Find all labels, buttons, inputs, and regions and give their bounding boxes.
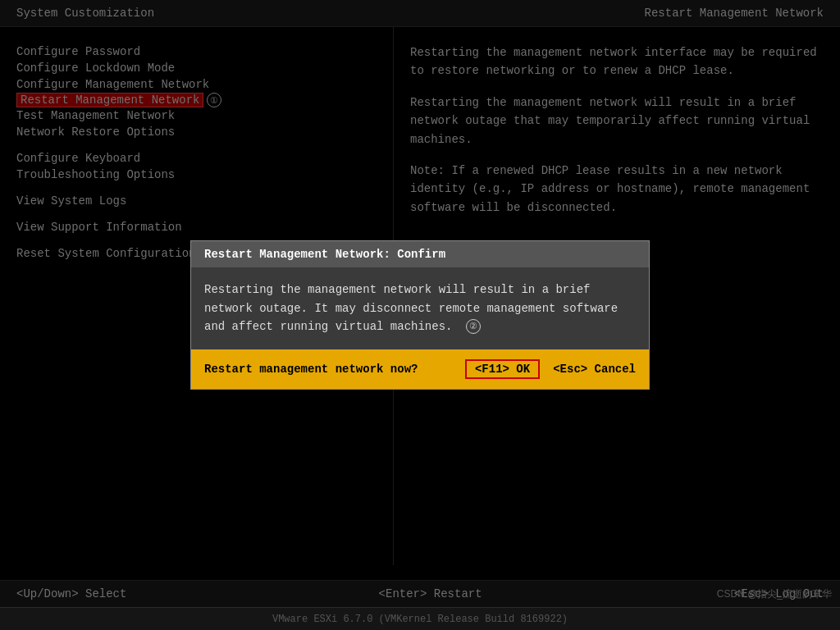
dialog-body: Restarting the management network will r… [191, 267, 649, 349]
confirm-dialog: Restart Management Network: Confirm Rest… [190, 240, 650, 389]
ok-button[interactable]: <F11> OK [465, 359, 540, 379]
dialog-question: Restart management network now? [204, 363, 418, 376]
dialog-title: Restart Management Network: Confirm [191, 241, 649, 267]
dialog-footer: Restart management network now? <F11> OK… [191, 349, 649, 389]
dialog-buttons: <F11> OK <Esc> Cancel [465, 359, 636, 379]
modal-overlay: Restart Management Network: Confirm Rest… [0, 0, 840, 630]
annotation-2: ② [466, 319, 481, 334]
cancel-button[interactable]: <Esc> Cancel [553, 363, 636, 376]
dialog-body-text: Restarting the management network will r… [204, 283, 618, 333]
